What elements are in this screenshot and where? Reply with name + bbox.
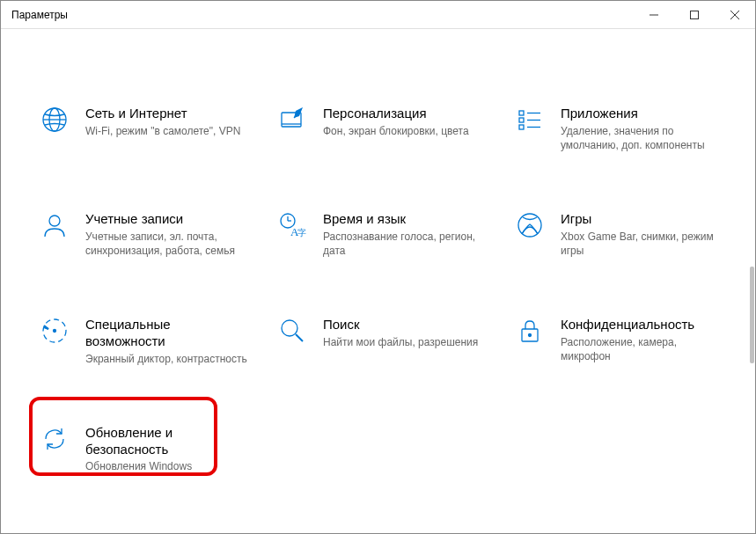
tile-desc: Учетные записи, эл. почта, синхронизация… bbox=[85, 230, 253, 258]
tile-personalization[interactable]: Персонализация Фон, экран блокировки, цв… bbox=[272, 98, 496, 159]
tile-gaming[interactable]: Игры Xbox Game Bar, снимки, режим игры bbox=[510, 203, 734, 265]
window-title: Параметры bbox=[1, 9, 634, 21]
tile-privacy[interactable]: Конфиденциальность Расположение, камера,… bbox=[510, 309, 734, 373]
tile-network-internet[interactable]: Сеть и Интернет Wi-Fi, режим "в самолете… bbox=[34, 98, 259, 159]
tile-title: Обновление и безопасность bbox=[85, 425, 253, 458]
paintbrush-icon bbox=[277, 105, 307, 135]
tile-desc: Xbox Game Bar, снимки, режим игры bbox=[561, 230, 729, 258]
tile-desc: Wi-Fi, режим "в самолете", VPN bbox=[85, 124, 253, 138]
xbox-icon bbox=[515, 210, 545, 240]
tile-ease-of-access[interactable]: Специальные возможности Экранный диктор,… bbox=[34, 309, 259, 373]
svg-rect-10 bbox=[519, 111, 524, 115]
sync-icon bbox=[40, 424, 70, 454]
svg-rect-1 bbox=[691, 11, 699, 18]
globe-icon bbox=[40, 105, 70, 135]
tile-title: Приложения bbox=[561, 106, 729, 122]
tile-title: Время и язык bbox=[323, 211, 491, 228]
tile-title: Учетные записи bbox=[85, 211, 253, 228]
svg-point-25 bbox=[282, 320, 297, 336]
tile-title: Персонализация bbox=[323, 106, 491, 122]
tile-title: Специальные возможности bbox=[85, 317, 253, 350]
apps-list-icon bbox=[515, 105, 545, 135]
settings-grid: Сеть и Интернет Wi-Fi, режим "в самолете… bbox=[1, 29, 755, 499]
tile-desc: Распознавание голоса, регион, дата bbox=[323, 230, 491, 258]
svg-point-16 bbox=[49, 216, 60, 226]
tile-desc: Расположение, камера, микрофон bbox=[561, 335, 729, 363]
tile-title: Игры bbox=[561, 211, 729, 228]
tile-search[interactable]: Поиск Найти мои файлы, разрешения bbox=[272, 309, 496, 373]
svg-rect-12 bbox=[519, 125, 524, 129]
tile-desc: Найти мои файлы, разрешения bbox=[323, 335, 491, 349]
tile-time-language[interactable]: A 字 Время и язык Распознавание голоса, р… bbox=[272, 203, 496, 265]
svg-point-24 bbox=[54, 330, 56, 333]
minimize-button[interactable] bbox=[634, 1, 674, 29]
tile-apps[interactable]: Приложения Удаление, значения по умолчан… bbox=[510, 98, 734, 159]
time-language-icon: A 字 bbox=[277, 210, 307, 240]
tile-desc: Удаление, значения по умолчанию, доп. ко… bbox=[561, 124, 729, 152]
vertical-scrollbar[interactable] bbox=[750, 267, 754, 363]
content-area: Сеть и Интернет Wi-Fi, режим "в самолете… bbox=[1, 29, 755, 533]
tile-title: Сеть и Интернет bbox=[85, 106, 253, 122]
window-controls bbox=[634, 1, 755, 29]
search-icon bbox=[277, 316, 307, 346]
svg-line-26 bbox=[296, 334, 303, 341]
maximize-button[interactable] bbox=[674, 1, 715, 29]
tile-desc: Фон, экран блокировки, цвета bbox=[323, 124, 491, 138]
tile-title: Конфиденциальность bbox=[561, 317, 729, 333]
tile-update-security[interactable]: Обновление и безопасность Обновления Win… bbox=[34, 417, 259, 481]
accessibility-icon bbox=[40, 316, 70, 346]
svg-point-28 bbox=[529, 334, 532, 337]
titlebar: Параметры bbox=[1, 1, 755, 29]
svg-text:字: 字 bbox=[297, 228, 306, 238]
close-button[interactable] bbox=[715, 1, 755, 29]
tile-desc: Экранный диктор, контрастность bbox=[85, 352, 253, 366]
tile-accounts[interactable]: Учетные записи Учетные записи, эл. почта… bbox=[34, 203, 259, 265]
lock-icon bbox=[515, 316, 545, 346]
tile-desc: Обновления Windows bbox=[85, 459, 253, 473]
tile-title: Поиск bbox=[323, 317, 491, 333]
svg-rect-11 bbox=[519, 118, 524, 122]
person-icon bbox=[40, 210, 70, 240]
